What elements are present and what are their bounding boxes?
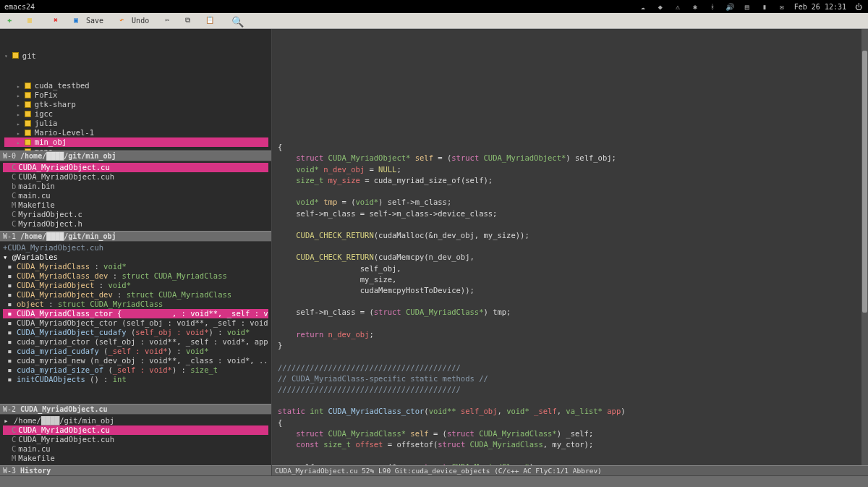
modeline-1: W-1/home/████/git/min_obj (0, 231, 271, 242)
cut-button[interactable]: ✂ (161, 14, 179, 27)
editor-modeline: CUDA_MyriadObject.cu 52% L90 Git:cuda_de… (272, 465, 868, 476)
minibuffer[interactable] (0, 476, 868, 487)
tree-item[interactable]: Mario-Level-1 (4, 128, 268, 137)
file-list-item[interactable]: M Makefile (3, 200, 268, 210)
tree-item[interactable]: mono (4, 147, 268, 151)
outline-item[interactable]: ▪ cuda_myriad_cudafy (_self : void*) : v… (3, 347, 268, 356)
file-list-item[interactable]: C CUDA_MyriadObject.cuh (3, 172, 268, 182)
undo-label: Undo (132, 17, 149, 25)
mail-icon[interactable]: ✉ (777, 1, 787, 12)
outline-item[interactable]: ▪ cuda_myriad_ctor (self_obj : void**, _… (3, 337, 268, 347)
file-list-item[interactable]: b main.bin (3, 182, 268, 191)
outline-item[interactable]: ▪ cuda_myriad_new (n_dev_obj : void**, _… (3, 356, 268, 365)
file-list-2[interactable]: ▸ /home/████/git/min_objC CUDA_MyriadObj… (0, 415, 271, 465)
outline-item[interactable]: ▪ CUDA_MyriadObject_dev : struct CUDA_My… (3, 290, 268, 300)
save-label: Save (86, 17, 103, 25)
outline-item[interactable]: ▪ cuda_myriad_size_of (_self : void*) : … (3, 365, 268, 375)
system-bar: emacs24 ☁ ◆ ⚠ ✱ ᚼ 🔊 ▤ ▮ ✉ Feb 26 12:31 ⏻ (0, 0, 868, 13)
modeline-3: W-3History (0, 465, 271, 476)
outline-item[interactable]: ▪ CUDA_MyriadObject_ctor (self_obj : voi… (3, 318, 268, 328)
scrollbar[interactable] (861, 29, 868, 465)
outline-item[interactable]: ▪ CUDA_MyriadObject : void* (3, 281, 268, 290)
bluetooth-icon[interactable]: ᚼ (707, 1, 718, 12)
battery-icon[interactable]: ▮ (760, 1, 770, 12)
outline-item[interactable]: ▪ CUDA_MyriadClass_ctor { , : void**, _s… (3, 309, 268, 318)
outline-pane[interactable]: +CUDA_MyriadObject.cuh▾ @Variables ▪ CUD… (0, 242, 271, 386)
drive-icon[interactable]: ◆ (655, 1, 665, 12)
save-button[interactable]: ▣Save (69, 14, 108, 27)
outline-item[interactable]: ▾ @Variables (3, 253, 268, 262)
file-list-item[interactable]: C main.cu (3, 191, 268, 200)
tree-item[interactable]: igcc (4, 109, 268, 119)
network-icon[interactable]: ▤ (742, 1, 752, 12)
outline-item[interactable]: +CUDA_MyriadObject.cuh (3, 243, 268, 253)
tree-root[interactable]: git (22, 51, 36, 61)
sound-icon[interactable]: 🔊 (725, 1, 735, 12)
tree-item[interactable]: cuda_testbed (4, 81, 268, 90)
modeline-2: W-2CUDA_MyriadObject.cu (0, 404, 271, 415)
outline-item[interactable]: ▪ initCUDAObjects () : int (3, 375, 268, 384)
warning-icon[interactable]: ⚠ (673, 1, 683, 12)
undo-button[interactable]: ↶Undo (115, 14, 153, 27)
tree-item[interactable]: FoFix (4, 90, 268, 100)
modeline-0: W-0/home/████/git/min_obj (0, 151, 271, 161)
tree-item[interactable]: min_obj (4, 137, 268, 147)
file-list-item[interactable]: C MyriadObject.c (3, 210, 268, 219)
paste-button[interactable]: 📋 (201, 14, 220, 27)
toolbar: ✚ ▥ ✖ ▣Save ↶Undo ✂ ⧉ 📋 🔍 (0, 13, 868, 29)
cloud-icon[interactable]: ☁ (638, 1, 648, 12)
outline-item[interactable]: ▪ CUDA_MyriadObject_cudafy (self_obj : v… (3, 328, 268, 337)
file-list-0[interactable]: C CUDA_MyriadObject.cuC CUDA_MyriadObjec… (0, 161, 271, 230)
app-title: emacs24 (4, 3, 35, 11)
copy-button[interactable]: ⧉ (181, 14, 200, 27)
project-tree[interactable]: git cuda_testbedFoFixgtk-sharpigccjuliaM… (0, 29, 271, 151)
file-list-item[interactable]: C CUDA_MyriadObject.cu (3, 163, 268, 172)
file-list-item[interactable]: C CUDA_MyriadObject.cuh (3, 435, 268, 444)
outline-item[interactable]: ▪ CUDA_MyriadClass_dev : struct CUDA_Myr… (3, 271, 268, 281)
search-button[interactable]: 🔍 (227, 14, 246, 27)
file-list-item[interactable]: M Makefile (3, 454, 268, 463)
new-button[interactable]: ✚ (3, 14, 22, 27)
puzzle-icon[interactable]: ✱ (690, 1, 700, 12)
clock: Feb 26 12:31 (794, 3, 846, 11)
outline-item[interactable]: ▪ object : struct CUDA_MyriadClass (3, 300, 268, 309)
tree-item[interactable]: julia (4, 119, 268, 128)
file-list-item[interactable]: C MyriadObject.h (3, 219, 268, 229)
open-button[interactable]: ▥ (23, 14, 42, 27)
user-icon[interactable]: ⏻ (854, 1, 864, 12)
file-list-item[interactable]: C main.cu (3, 444, 268, 454)
close-button[interactable]: ✖ (49, 14, 68, 27)
tree-item[interactable]: gtk-sharp (4, 100, 268, 109)
outline-item[interactable]: ▪ CUDA_MyriadClass : void* (3, 262, 268, 271)
file-list-item[interactable]: C CUDA_MyriadObject.cu (3, 425, 268, 435)
file-list-header[interactable]: ▸ /home/████/git/min_obj (3, 416, 268, 425)
code-editor[interactable]: { struct CUDA_MyriadObject* self = (stru… (272, 29, 868, 465)
